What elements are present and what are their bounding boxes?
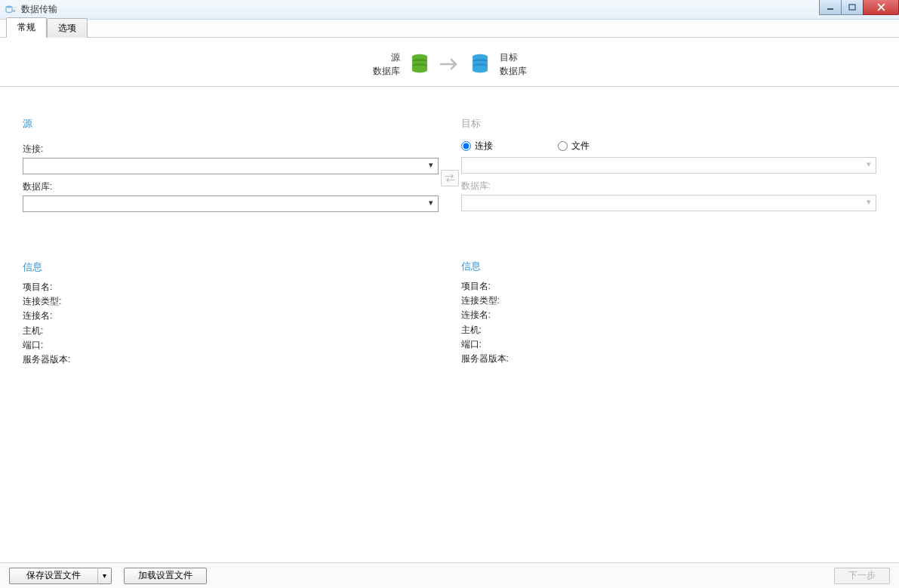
target-connection-combo[interactable] — [461, 157, 877, 174]
target-column: 目标 连接 文件 数据库: 信息 项目名: 连接类型: 连接名: 主机: 端口:… — [461, 117, 877, 555]
source-connection-combo[interactable] — [23, 158, 439, 174]
target-radio-file-label: 文件 — [571, 140, 590, 152]
diagram-target-title: 目标 — [500, 51, 518, 64]
source-database-label: 数据库: — [23, 180, 439, 193]
swap-button[interactable] — [441, 170, 459, 186]
window-title: 数据传输 — [21, 3, 57, 16]
target-radio-connection-label: 连接 — [475, 140, 493, 152]
diagram-source-sub: 数据库 — [373, 64, 400, 78]
source-connection-label: 连接: — [23, 143, 439, 155]
save-profile-button[interactable]: 保存设置文件 — [9, 568, 98, 584]
source-section-title: 源 — [23, 117, 439, 131]
target-info-conn-type: 连接类型: — [461, 294, 877, 308]
svg-rect-2 — [849, 5, 855, 10]
source-info-conn-name: 连接名: — [23, 309, 439, 323]
source-database-icon — [411, 54, 429, 75]
window-controls — [819, 0, 899, 15]
app-icon — [5, 4, 17, 16]
maximize-button[interactable] — [841, 0, 864, 15]
svg-point-0 — [6, 5, 12, 8]
target-radio-connection-input[interactable] — [461, 141, 471, 151]
target-info-block: 信息 项目名: 连接类型: 连接名: 主机: 端口: 服务器版本: — [461, 260, 877, 366]
diagram-target-labels: 目标 数据库 — [500, 51, 527, 78]
titlebar: 数据传输 — [0, 0, 899, 20]
close-button[interactable] — [863, 0, 899, 15]
save-profile-dropdown[interactable]: ▾ — [98, 568, 112, 584]
source-info-title: 信息 — [23, 260, 439, 274]
target-radio-file-input[interactable] — [558, 141, 568, 151]
source-info-project: 项目名: — [23, 280, 439, 294]
diagram-target-sub: 数据库 — [500, 64, 527, 78]
target-section-title: 目标 — [461, 117, 877, 131]
load-profile-button[interactable]: 加载设置文件 — [124, 568, 207, 584]
target-info-title: 信息 — [461, 260, 877, 273]
source-info-port: 端口: — [23, 338, 439, 352]
diagram-area: 源 数据库 目标 数据库 — [0, 38, 899, 87]
diagram-source-title: 源 — [391, 51, 400, 64]
target-info-conn-name: 连接名: — [461, 308, 877, 322]
source-info-block: 信息 项目名: 连接类型: 连接名: 主机: 端口: 服务器版本: — [23, 260, 439, 367]
content-area: 源 连接: 数据库: 信息 项目名: 连接类型: 连接名: 主机: 端口: 服务… — [0, 87, 899, 562]
target-database-label: 数据库: — [461, 180, 877, 192]
target-radio-connection[interactable]: 连接 — [461, 140, 493, 152]
svg-rect-1 — [827, 8, 833, 10]
arrow-right-icon — [439, 57, 460, 71]
target-type-radio-row: 连接 文件 — [461, 140, 877, 152]
tab-options[interactable]: 选项 — [47, 18, 88, 38]
save-profile-split-button: 保存设置文件 ▾ — [9, 568, 112, 584]
source-info-host: 主机: — [23, 324, 439, 338]
minimize-button[interactable] — [819, 0, 842, 15]
next-button[interactable]: 下一步 — [834, 568, 890, 584]
target-info-project: 项目名: — [461, 279, 877, 294]
tab-row: 常规 选项 — [0, 20, 899, 38]
target-radio-file[interactable]: 文件 — [558, 140, 590, 152]
source-info-server-version: 服务器版本: — [23, 352, 439, 367]
source-info-conn-type: 连接类型: — [23, 294, 439, 309]
diagram-source-labels: 源 数据库 — [373, 51, 400, 78]
target-info-server-version: 服务器版本: — [461, 352, 877, 366]
source-database-combo[interactable] — [23, 195, 439, 212]
tab-general[interactable]: 常规 — [6, 17, 47, 38]
target-database-icon — [471, 54, 489, 75]
target-info-port: 端口: — [461, 337, 877, 352]
target-info-host: 主机: — [461, 323, 877, 337]
footer: 保存设置文件 ▾ 加载设置文件 下一步 — [0, 562, 899, 588]
source-column: 源 连接: 数据库: 信息 项目名: 连接类型: 连接名: 主机: 端口: 服务… — [23, 117, 439, 555]
target-database-combo[interactable] — [461, 195, 877, 211]
